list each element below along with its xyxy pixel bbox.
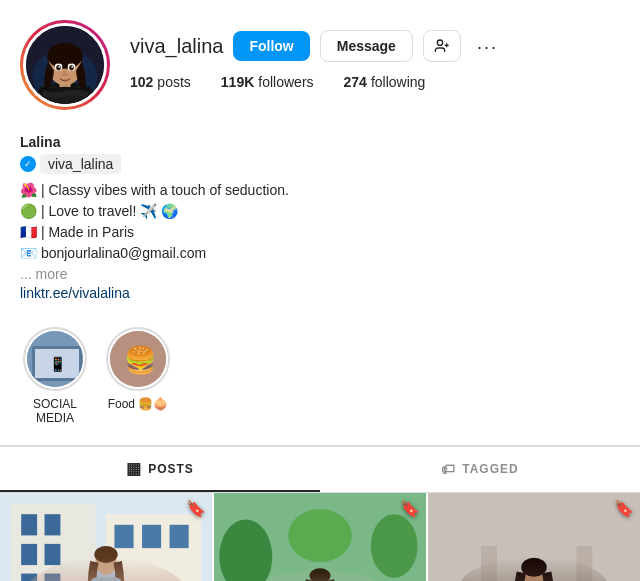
svg-point-39 bbox=[94, 546, 117, 563]
highlight-label-1: SOCIAL MEDIA bbox=[20, 397, 90, 425]
bio-section: Lalina ✓ viva_lalina 🌺 | Classy vibes wi… bbox=[0, 134, 640, 317]
posts-stat[interactable]: 102 posts bbox=[130, 74, 191, 90]
svg-point-11 bbox=[71, 66, 73, 68]
svg-rect-25 bbox=[45, 514, 61, 535]
username-row: viva_lalina Follow Message ··· bbox=[130, 30, 620, 62]
svg-point-10 bbox=[58, 66, 60, 68]
more-dots-icon: ··· bbox=[477, 37, 498, 57]
bio-line-4: 📧 bonjourlalina0@gmail.com bbox=[20, 243, 620, 264]
verified-username: viva_lalina bbox=[40, 154, 121, 174]
bookmark-icon-1: 🔖 bbox=[186, 499, 206, 518]
followers-label: followers bbox=[258, 74, 313, 90]
grid-item-1[interactable]: 🔖 bbox=[0, 493, 212, 581]
svg-point-12 bbox=[437, 40, 442, 45]
follow-button[interactable]: Follow bbox=[233, 31, 309, 61]
person-add-button[interactable] bbox=[423, 30, 461, 62]
svg-rect-33 bbox=[170, 525, 189, 548]
svg-text:📱: 📱 bbox=[49, 356, 67, 373]
svg-rect-27 bbox=[45, 544, 61, 565]
avatar bbox=[26, 26, 104, 104]
svg-rect-32 bbox=[142, 525, 161, 548]
svg-point-52 bbox=[310, 571, 329, 581]
svg-point-8 bbox=[56, 65, 61, 71]
posts-label: posts bbox=[157, 74, 190, 90]
highlight-item[interactable]: 📱 SOCIAL MEDIA bbox=[20, 327, 90, 425]
stats-row: 102 posts 119K followers 274 following bbox=[130, 74, 620, 90]
bio-line-2: 🟢 | Love to travel! ✈️ 🌍 bbox=[20, 201, 620, 222]
followers-count: 119K bbox=[221, 74, 254, 90]
svg-rect-60 bbox=[481, 546, 497, 581]
highlight-thumb-1: 📱 bbox=[27, 331, 83, 387]
bio-link[interactable]: linktr.ee/vivalalina bbox=[20, 285, 130, 301]
svg-rect-24 bbox=[21, 514, 37, 535]
svg-rect-29 bbox=[45, 574, 61, 581]
svg-point-63 bbox=[522, 562, 545, 581]
profile-header: viva_lalina Follow Message ··· bbox=[0, 0, 640, 134]
bio-link-row: linktr.ee/vivalalina bbox=[20, 285, 620, 301]
grid-icon: ▦ bbox=[126, 459, 142, 478]
posts-count: 102 bbox=[130, 74, 153, 90]
highlights-section: 📱 SOCIAL MEDIA 🍔 Food 🍔🧅 bbox=[0, 317, 640, 445]
bio-line-3: 🇫🇷 | Made in Paris bbox=[20, 222, 620, 243]
svg-point-37 bbox=[91, 567, 121, 581]
tab-posts-label: POSTS bbox=[148, 462, 194, 476]
svg-point-48 bbox=[288, 509, 352, 562]
bookmark-icon-2: 🔖 bbox=[400, 499, 420, 518]
highlight-ring-2: 🍔 bbox=[106, 327, 170, 391]
following-count: 274 bbox=[344, 74, 367, 90]
verified-icon: ✓ bbox=[20, 156, 36, 172]
svg-rect-59 bbox=[614, 525, 641, 581]
username: viva_lalina bbox=[130, 35, 223, 58]
bookmark-icon-3: 🔖 bbox=[614, 499, 634, 518]
svg-rect-56 bbox=[428, 493, 640, 581]
tab-tagged-label: TAGGED bbox=[462, 462, 518, 476]
following-stat[interactable]: 274 following bbox=[344, 74, 426, 90]
svg-rect-58 bbox=[428, 525, 449, 581]
bio-name: Lalina bbox=[20, 134, 620, 150]
grid-item-3[interactable]: 🔖 bbox=[428, 493, 640, 581]
highlight-label-2: Food 🍔🧅 bbox=[108, 397, 169, 411]
svg-rect-26 bbox=[21, 544, 37, 565]
message-button[interactable]: Message bbox=[320, 30, 413, 62]
svg-point-47 bbox=[371, 514, 418, 578]
highlight-item-2[interactable]: 🍔 Food 🍔🧅 bbox=[106, 327, 170, 425]
svg-point-53 bbox=[309, 568, 330, 581]
bio-more: ... more bbox=[20, 264, 620, 285]
tab-tagged[interactable]: 🏷 TAGGED bbox=[320, 447, 640, 492]
highlight-thumb-2: 🍔 bbox=[110, 331, 166, 387]
tag-icon: 🏷 bbox=[441, 461, 456, 477]
profile-top: viva_lalina Follow Message ··· bbox=[20, 20, 620, 110]
avatar-inner bbox=[23, 23, 107, 107]
tabs-row: ▦ POSTS 🏷 TAGGED bbox=[0, 446, 640, 493]
svg-rect-28 bbox=[21, 574, 37, 581]
followers-stat[interactable]: 119K followers bbox=[221, 74, 314, 90]
posts-grid: 🔖 bbox=[0, 493, 640, 581]
person-add-icon bbox=[434, 38, 450, 54]
following-label: following bbox=[371, 74, 425, 90]
more-options-button[interactable]: ··· bbox=[471, 31, 504, 62]
bio-more-text[interactable]: ... more bbox=[20, 266, 67, 282]
grid-item-2[interactable]: 🔖 bbox=[214, 493, 426, 581]
avatar-wrapper bbox=[20, 20, 110, 110]
highlight-ring-1: 📱 bbox=[23, 327, 87, 391]
svg-rect-61 bbox=[576, 546, 592, 581]
svg-rect-31 bbox=[114, 525, 133, 548]
profile-info: viva_lalina Follow Message ··· bbox=[130, 30, 620, 100]
bio-line-1: 🌺 | Classy vibes with a touch of seducti… bbox=[20, 180, 620, 201]
svg-point-64 bbox=[521, 558, 546, 577]
svg-text:🍔: 🍔 bbox=[124, 344, 157, 376]
verified-badge: ✓ viva_lalina bbox=[20, 154, 620, 174]
svg-point-9 bbox=[69, 65, 74, 71]
tab-posts[interactable]: ▦ POSTS bbox=[0, 447, 320, 492]
